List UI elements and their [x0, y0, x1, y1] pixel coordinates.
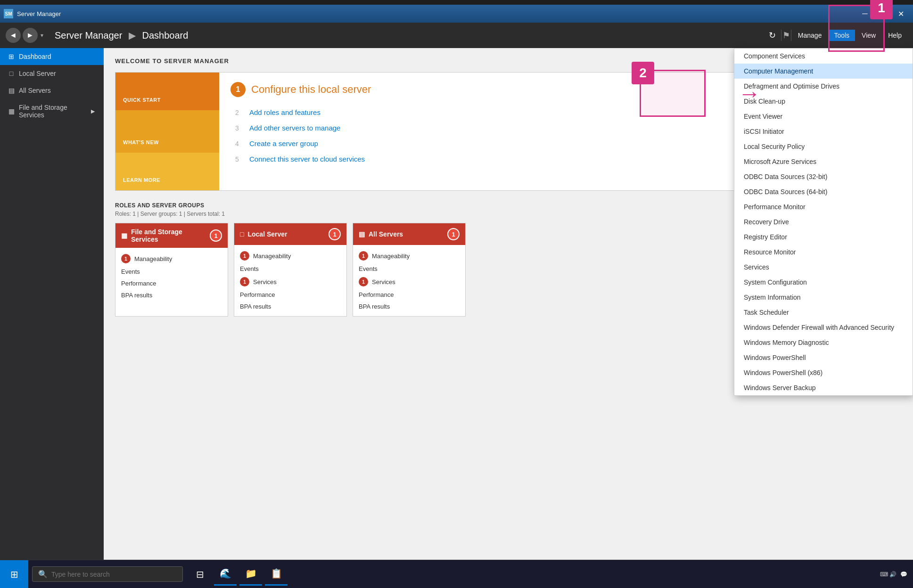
services-badge3: 1 [359, 277, 368, 286]
taskbar-search-box[interactable]: 🔍 [32, 566, 183, 582]
filestorage-icon: ▦ [8, 107, 15, 115]
tile-learnmore[interactable]: LEARN MORE [115, 153, 219, 190]
events-label3: Events [359, 265, 378, 272]
view-menu[interactable]: View [856, 30, 881, 41]
server-manager-window: SM Server Manager ─ ❐ ✕ ◄ ► ▾ Server Man… [0, 5, 913, 560]
dropdown-item[interactable]: Defragment and Optimise Drives [734, 79, 913, 94]
card-filestorage-header[interactable]: ▦ File and Storage Services 1 [115, 223, 228, 248]
dropdown-item[interactable]: Windows Defender Firewall with Advanced … [734, 320, 913, 335]
maximize-button[interactable]: ❐ [874, 5, 891, 23]
back-button[interactable]: ◄ [6, 28, 21, 43]
tile-quickstart[interactable]: QUICK START [115, 73, 219, 110]
table-row: 1 Manageability [234, 249, 346, 263]
toolbar-menu: ↻ ⚑ Manage Tools View Help [765, 28, 907, 43]
edge-icon[interactable]: 🌊 [214, 563, 237, 586]
dropdown-item[interactable]: Recovery Drive [734, 214, 913, 229]
taskbar-tray: ⌨ 🔊 💬 [880, 571, 913, 578]
dropdown-item[interactable]: Windows Server Backup [734, 380, 913, 395]
card-localserver-body: 1 Manageability Events 1 Services Perfor… [234, 245, 346, 316]
dropdown-item[interactable]: Resource Monitor [734, 245, 913, 260]
dropdown-item[interactable]: Performance Monitor [734, 199, 913, 214]
close-button[interactable]: ✕ [892, 5, 909, 23]
table-row: Events [115, 266, 228, 278]
main-toolbar: ◄ ► ▾ Server Manager ▶ Dashboard ↻ ⚑ Man… [0, 23, 913, 48]
card-allservers-count: 1 [447, 228, 460, 240]
start-button[interactable]: ⊞ [0, 560, 28, 588]
step3-link[interactable]: Add other servers to manage [249, 124, 340, 132]
forward-button[interactable]: ► [23, 28, 38, 43]
explorer-icon[interactable]: 📁 [239, 563, 262, 586]
step2-num: 2 [230, 109, 244, 116]
table-row: Performance [115, 278, 228, 289]
card-allservers-header[interactable]: ▤ All Servers 1 [353, 223, 465, 245]
dropdown-item[interactable]: iSCSI Initiator [734, 124, 913, 139]
nav-dropdown[interactable]: ▾ [41, 32, 43, 39]
tile-quickstart-label: QUICK START [123, 97, 161, 103]
bpa-label3: BPA results [359, 303, 390, 310]
manageability-badge: 1 [121, 254, 131, 263]
dropdown-item[interactable]: Task Scheduler [734, 305, 913, 320]
card-allservers-icon: ▤ [359, 230, 365, 238]
help-menu[interactable]: Help [882, 30, 907, 41]
card-filestorage: ▦ File and Storage Services 1 1 Manageab… [115, 223, 228, 317]
allservers-icon: ▤ [8, 87, 15, 94]
table-row: Performance [353, 289, 465, 301]
dropdown-item[interactable]: Computer Management [734, 64, 913, 79]
step1-circle: 1 [230, 82, 246, 97]
card-localserver-header[interactable]: □ Local Server 1 [234, 223, 346, 245]
notification-icon[interactable]: 💬 [900, 571, 907, 578]
events-label2: Events [240, 265, 259, 272]
dropdown-item[interactable]: ODBC Data Sources (32-bit) [734, 169, 913, 184]
separator [781, 30, 781, 41]
manage-menu[interactable]: Manage [792, 30, 828, 41]
search-input[interactable] [51, 571, 174, 578]
manageability-badge2: 1 [240, 251, 249, 261]
events-label: Events [121, 268, 140, 275]
step4-link[interactable]: Create a server group [249, 139, 318, 147]
table-row: BPA results [353, 301, 465, 312]
dashboard-icon: ⊞ [8, 53, 15, 60]
window-controls: ─ ❐ ✕ [856, 5, 909, 23]
table-row: BPA results [234, 301, 346, 312]
app-icon: SM [4, 9, 13, 18]
sidebar-label-dashboard: Dashboard [19, 53, 51, 60]
manageability-label3: Manageability [372, 253, 410, 260]
dropdown-item[interactable]: Disk Clean-up [734, 94, 913, 109]
breadcrumb: Server Manager ▶ Dashboard [55, 30, 188, 41]
sidebar-item-localserver[interactable]: □ Local Server [0, 65, 104, 82]
dropdown-item[interactable]: Windows PowerShell (x86) [734, 365, 913, 380]
card-allservers-body: 1 Manageability Events 1 Services Perfor… [353, 245, 465, 316]
tools-dropdown-menu: Component ServicesComputer ManagementDef… [734, 48, 913, 396]
refresh-button[interactable]: ↻ [765, 28, 780, 43]
sidebar-item-filestorage[interactable]: ▦ File and Storage Services ► [0, 99, 104, 123]
step4-num: 4 [230, 140, 244, 147]
sidebar-item-allservers[interactable]: ▤ All Servers [0, 82, 104, 99]
step5-link[interactable]: Connect this server to cloud services [249, 155, 365, 163]
performance-label3: Performance [359, 291, 394, 298]
dropdown-item[interactable]: Windows PowerShell [734, 350, 913, 365]
dropdown-item[interactable]: Microsoft Azure Services [734, 154, 913, 169]
dropdown-item[interactable]: Event Viewer [734, 109, 913, 124]
dropdown-item[interactable]: Local Security Policy [734, 139, 913, 154]
dropdown-item[interactable]: Windows Memory Diagnostic [734, 335, 913, 350]
dropdown-item[interactable]: System Information [734, 290, 913, 305]
flag-icon[interactable]: ⚑ [782, 30, 790, 41]
tile-whatsnew[interactable]: WHAT'S NEW [115, 110, 219, 153]
dropdown-item[interactable]: Registry Editor [734, 229, 913, 245]
task-view-icon[interactable]: ⊟ [189, 563, 211, 586]
dropdown-item[interactable]: ODBC Data Sources (64-bit) [734, 184, 913, 199]
step5-num: 5 [230, 155, 244, 163]
bpa-label2: BPA results [240, 303, 271, 310]
step2-link[interactable]: Add roles and features [249, 108, 321, 116]
dropdown-item[interactable]: Component Services [734, 49, 913, 64]
dropdown-item[interactable]: System Configuration [734, 275, 913, 290]
dropdown-item[interactable]: Services [734, 260, 913, 275]
tools-menu[interactable]: Tools [828, 30, 855, 41]
sidebar-item-dashboard[interactable]: ⊞ Dashboard [0, 48, 104, 65]
card-localserver-name: Local Server [247, 230, 287, 238]
tray-icons: ⌨ 🔊 [880, 571, 897, 578]
tile-learnmore-label: LEARN MORE [123, 177, 160, 183]
servermanager-taskbar-icon[interactable]: 📋 [265, 563, 288, 586]
services-label3: Services [372, 278, 395, 286]
minimize-button[interactable]: ─ [856, 5, 873, 23]
